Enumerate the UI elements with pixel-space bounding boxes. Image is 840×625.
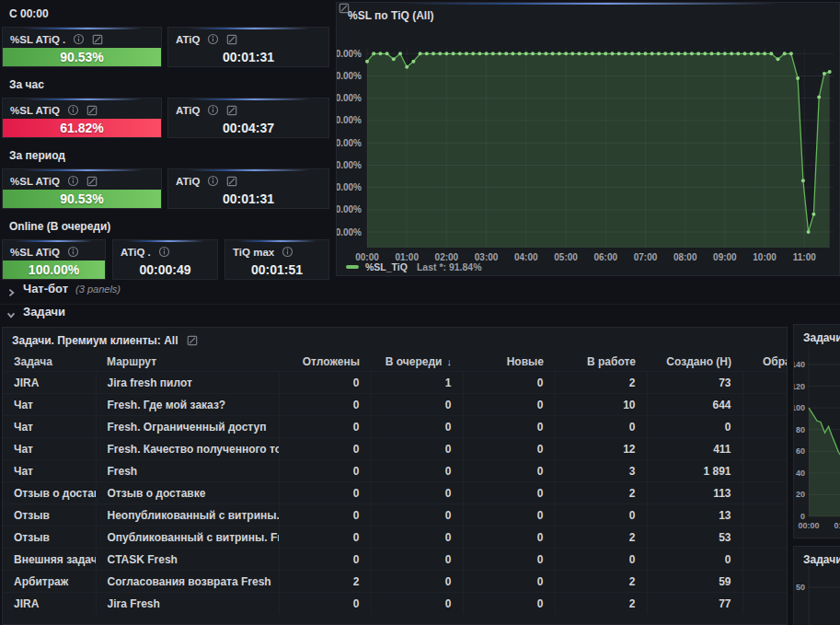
info-icon[interactable] (158, 246, 170, 258)
svg-text:0: 0 (800, 512, 805, 521)
tasks-table: ЗадачаМаршрутОтложеныВ очереди↓НовыеВ ра… (3, 353, 788, 614)
table-cell: Отзыв (3, 504, 96, 527)
table-cell: 2 (555, 571, 647, 593)
table-cell: 0 (463, 438, 555, 460)
panel-title[interactable]: %SL ATiQ . (10, 34, 65, 45)
panel-title[interactable]: ATiQ (176, 34, 200, 45)
table-cell: 0 (279, 438, 371, 460)
column-header[interactable]: Отложены (279, 353, 371, 372)
panel-title[interactable]: %SL ATiQ (10, 105, 60, 116)
table-cell: Fresh. Ограниченный доступ (96, 416, 279, 438)
panel-title[interactable]: Задачи. Премиум клиенты: All (12, 334, 178, 347)
panel-links-icon[interactable] (86, 176, 98, 187)
table-row: ОтзывНеопубликованный с витрины. Fresh00… (3, 504, 788, 527)
table-cell: Jira Fresh (96, 593, 279, 615)
table-cell: 77 (647, 593, 742, 615)
column-header[interactable]: Маршрут (96, 353, 279, 372)
stat-panel: %SL ATiQ90.53% (2, 168, 162, 209)
sort-desc-icon: ↓ (447, 356, 453, 367)
info-icon[interactable] (282, 246, 293, 258)
stat-value: 90.53% (3, 190, 161, 208)
table-cell: 0 (279, 372, 371, 394)
stat-panel: ATiQ .00:00:49 (112, 239, 218, 280)
svg-text:08:00: 08:00 (673, 252, 697, 262)
panel-links-icon[interactable] (226, 34, 237, 45)
table-cell: Согласования возврата Fresh (96, 571, 279, 593)
svg-text:60.00%: 60.00% (337, 138, 362, 148)
legend-item[interactable]: %SL_TiQ Last *: 91.84% (346, 261, 482, 272)
series-name: %SL_TiQ (365, 261, 408, 272)
table-cell: Чат (3, 438, 96, 460)
table-cell: 0 (647, 549, 742, 571)
info-icon[interactable] (67, 175, 79, 187)
row-title: Задачи (23, 305, 65, 318)
info-icon[interactable] (207, 33, 219, 45)
svg-text:100.00%: 100.00% (337, 49, 362, 59)
panel-links-icon[interactable] (92, 34, 103, 45)
table-cell: Чат (3, 460, 96, 482)
table-cell: 0 (279, 593, 371, 615)
column-header[interactable]: В работе (555, 353, 647, 372)
table-cell: Отзыв (3, 527, 96, 549)
stat-section: С 00:00%SL ATiQ .90.53%ATiQ00:01:31 (2, 7, 329, 67)
svg-text:05:00: 05:00 (554, 252, 578, 262)
svg-text:100: 100 (794, 403, 805, 412)
panel-links-icon[interactable] (226, 105, 237, 116)
column-header[interactable]: В очереди↓ (371, 353, 463, 372)
table-row: ЧатFresh00031 891 (3, 460, 788, 482)
table-cell: 1 891 (647, 460, 742, 482)
svg-text:80: 80 (796, 425, 805, 434)
table-cell (742, 460, 788, 482)
panel-links-icon[interactable] (226, 176, 237, 187)
column-header[interactable]: Создано (Н) (647, 353, 742, 372)
dashboard-row-tasks[interactable]: Задачи (0, 305, 840, 324)
table-cell: 0 (555, 416, 647, 438)
info-icon[interactable] (207, 175, 219, 187)
table-cell: 0 (463, 460, 555, 482)
panel-links-icon[interactable] (86, 105, 98, 116)
panel-title[interactable]: ATiQ (176, 176, 200, 187)
info-icon[interactable] (73, 33, 85, 45)
column-header[interactable]: Новые (463, 353, 555, 372)
table-cell: 1 (371, 372, 463, 394)
table-cell (742, 571, 788, 593)
panel-links-icon[interactable] (187, 335, 198, 346)
section-label: За час (9, 78, 329, 91)
panel-title[interactable]: %SL ATiQ (10, 176, 60, 187)
info-icon[interactable] (67, 104, 79, 116)
panel-title[interactable]: ATiQ (176, 105, 200, 116)
table-cell: 0 (279, 394, 371, 416)
panel-title[interactable]: TiQ max (233, 247, 274, 258)
table-cell: 0 (463, 372, 555, 394)
table-row: Отзыв о доставкеОтзыв о доставке0002113 (3, 482, 788, 504)
table-cell: 2 (555, 527, 647, 549)
svg-text:60: 60 (796, 446, 805, 456)
table-cell (742, 482, 788, 504)
dashboard-row-chatbot[interactable]: Чат-бот (3 panels) (0, 282, 840, 305)
table-cell: 0 (371, 460, 463, 482)
svg-text:50: 50 (796, 583, 805, 592)
table-cell: 0 (279, 416, 371, 438)
table-cell: 0 (463, 527, 555, 549)
column-header[interactable]: Задача (3, 353, 96, 372)
table-cell: 0 (647, 416, 742, 438)
stat-panel: ATiQ00:01:31 (167, 27, 329, 67)
panel-title[interactable]: %SL по TiQ (All) (348, 9, 433, 22)
series-last-value: Last *: 91.84% (417, 261, 482, 272)
series-color-marker (346, 265, 359, 269)
panel-title[interactable]: Задачи (All (803, 331, 840, 344)
panel-title[interactable]: Задачи (All (803, 553, 840, 566)
panel-title[interactable]: %SL ATiQ (10, 247, 60, 258)
info-icon[interactable] (67, 246, 79, 258)
side-panel-tasks-2: 50 Задачи (All (793, 546, 840, 625)
panel-title[interactable]: ATiQ . (121, 247, 151, 258)
stat-value: 100.00% (3, 260, 105, 279)
table-cell: 0 (279, 460, 371, 482)
svg-text:30.00%: 30.00% (337, 204, 362, 214)
info-icon[interactable] (207, 104, 219, 116)
table-cell: 2 (279, 571, 371, 593)
column-header[interactable]: Обра (742, 353, 788, 372)
section-label: Online (В очереди) (9, 220, 329, 233)
table-cell: JIRA (3, 593, 96, 615)
table-cell: 411 (647, 438, 742, 460)
